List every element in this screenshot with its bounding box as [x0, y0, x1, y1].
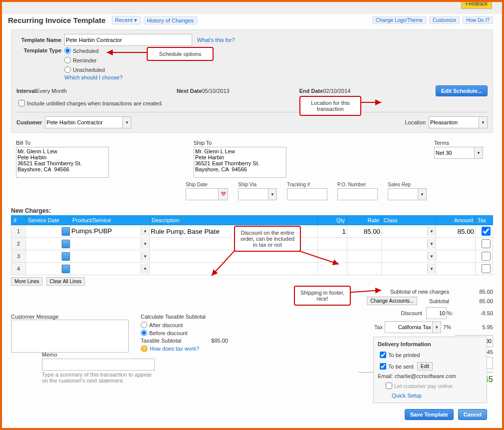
class-input[interactable] — [382, 264, 427, 273]
after-discount-radio[interactable] — [141, 322, 147, 328]
quick-setup-link[interactable]: Quick Setup — [392, 393, 422, 399]
template-name-input[interactable] — [64, 34, 192, 46]
change-logo-button[interactable]: Change Logo/Theme — [372, 16, 426, 24]
salesrep-dropdown-arrow[interactable]: ▼ — [418, 188, 427, 200]
location-input[interactable] — [429, 116, 479, 128]
subtotal-label: Subtotal — [419, 298, 453, 304]
class-dropdown-arrow[interactable]: ▼ — [427, 264, 436, 274]
col-rate[interactable]: Rate — [347, 216, 382, 225]
tax-name-input[interactable] — [385, 321, 432, 333]
tracking-input[interactable] — [287, 188, 327, 200]
col-class[interactable]: Class — [382, 216, 436, 225]
svc-date-input[interactable] — [26, 226, 61, 235]
billto-textarea[interactable]: Mr. Glenn L Lew Pete Harbin 36521 East T… — [16, 147, 109, 178]
clear-lines-button[interactable]: Clear All Lines — [46, 277, 85, 286]
next-date-value: 05/10/2013 — [202, 88, 230, 94]
type-reminder-radio[interactable] — [64, 57, 71, 63]
how-do-i-button[interactable]: How Do I? — [463, 16, 493, 24]
po-input[interactable] — [337, 188, 378, 200]
memo-input[interactable] — [42, 359, 155, 371]
col-svc[interactable]: Service Date — [26, 216, 70, 225]
shipvia-dropdown-arrow[interactable]: ▼ — [268, 188, 277, 200]
rate-input[interactable] — [347, 239, 381, 248]
history-link[interactable]: History of Changes — [144, 16, 198, 24]
customer-dropdown-arrow[interactable]: ▼ — [122, 116, 131, 128]
col-tax[interactable]: Tax — [476, 216, 493, 225]
before-discount-radio[interactable] — [141, 330, 147, 336]
class-dropdown-arrow[interactable]: ▼ — [427, 226, 436, 236]
class-input[interactable] — [382, 239, 427, 248]
class-dropdown-arrow[interactable]: ▼ — [427, 239, 436, 249]
cal-icon[interactable] — [61, 239, 70, 249]
class-input[interactable] — [382, 251, 427, 260]
col-prod[interactable]: Product/Service — [70, 216, 150, 225]
svc-date-input[interactable] — [26, 264, 61, 273]
product-dropdown-arrow[interactable]: ▼ — [141, 226, 149, 236]
location-dropdown-arrow[interactable]: ▼ — [479, 116, 488, 128]
feedback-button[interactable]: Feedback — [461, 0, 492, 9]
product-dropdown-arrow[interactable]: ▼ — [141, 264, 149, 274]
shipvia-input[interactable] — [238, 188, 268, 200]
type-reminder-label: Reminder — [73, 57, 97, 63]
how-tax-link[interactable]: How does tax work? — [150, 346, 199, 352]
to-be-sent-checkbox[interactable] — [380, 363, 386, 370]
tax-checkbox[interactable] — [478, 239, 495, 248]
change-accounts-button[interactable]: Change Accounts... — [367, 297, 417, 305]
salesrep-input[interactable] — [388, 188, 418, 200]
cal-icon[interactable] — [61, 251, 70, 261]
amount-input[interactable] — [436, 239, 475, 248]
customer-input[interactable] — [45, 116, 122, 128]
customer-msg-textarea[interactable] — [11, 320, 129, 353]
rate-input[interactable] — [347, 264, 381, 273]
whats-this-link[interactable]: What's this for? — [197, 37, 235, 43]
tax-rate: 7% — [443, 324, 451, 330]
amount-input[interactable] — [436, 227, 475, 236]
col-desc[interactable]: Description — [150, 216, 318, 225]
svc-date-input[interactable] — [26, 251, 61, 260]
rate-input[interactable] — [347, 252, 381, 261]
cal-icon[interactable] — [61, 264, 70, 274]
class-dropdown-arrow[interactable]: ▼ — [427, 251, 436, 261]
location-label: Location — [405, 119, 426, 125]
type-scheduled-radio[interactable] — [64, 47, 71, 54]
cal-icon[interactable] — [61, 226, 70, 236]
shipdate-cal-icon[interactable]: 📅 — [218, 188, 228, 200]
include-unbilled-checkbox[interactable] — [18, 100, 25, 106]
product-dropdown-arrow[interactable]: ▼ — [141, 251, 149, 261]
edit-schedule-button[interactable]: Edit Schedule... — [436, 85, 488, 96]
tax-checkbox[interactable] — [478, 227, 495, 236]
billto-label: Bill To — [16, 140, 109, 146]
tax-dropdown-arrow[interactable]: ▼ — [432, 321, 441, 333]
product-input[interactable] — [70, 251, 141, 260]
recent-dropdown[interactable]: Recent ▾ — [112, 16, 141, 24]
qty-input[interactable] — [318, 227, 347, 236]
product-input[interactable] — [70, 226, 141, 235]
class-input[interactable] — [382, 226, 427, 235]
pct-label: %: — [447, 310, 453, 316]
more-lines-button[interactable]: More Lines — [11, 277, 42, 286]
tax-checkbox[interactable] — [478, 264, 495, 273]
amount-input[interactable] — [436, 252, 475, 261]
to-be-printed-checkbox[interactable] — [380, 352, 386, 358]
svc-date-input[interactable] — [26, 239, 61, 248]
terms-input[interactable] — [434, 147, 474, 159]
rate-input[interactable] — [347, 227, 381, 236]
customize-button[interactable]: Customize — [429, 16, 460, 24]
save-template-button[interactable]: Save Template — [405, 409, 454, 420]
pay-online-checkbox[interactable] — [386, 383, 392, 389]
shipdate-input[interactable] — [186, 188, 218, 200]
discount-pct-input[interactable] — [426, 307, 447, 319]
terms-dropdown-arrow[interactable]: ▼ — [474, 147, 483, 159]
product-dropdown-arrow[interactable]: ▼ — [141, 239, 149, 249]
col-amount[interactable]: Amount — [436, 216, 476, 225]
col-qty[interactable]: Qty — [318, 216, 347, 225]
amount-input[interactable] — [436, 264, 475, 273]
product-input[interactable] — [70, 239, 141, 248]
tax-checkbox[interactable] — [478, 252, 495, 261]
type-unscheduled-radio[interactable] — [64, 66, 71, 73]
shipto-textarea[interactable]: Mr. Glenn L Lew Pete Harbin 36521 East T… — [194, 147, 286, 178]
which-choose-link[interactable]: Which should I choose? — [64, 74, 123, 80]
product-input[interactable] — [70, 264, 141, 273]
delivery-edit-button[interactable]: Edit — [417, 362, 433, 371]
cancel-button[interactable]: Cancel — [458, 409, 487, 420]
